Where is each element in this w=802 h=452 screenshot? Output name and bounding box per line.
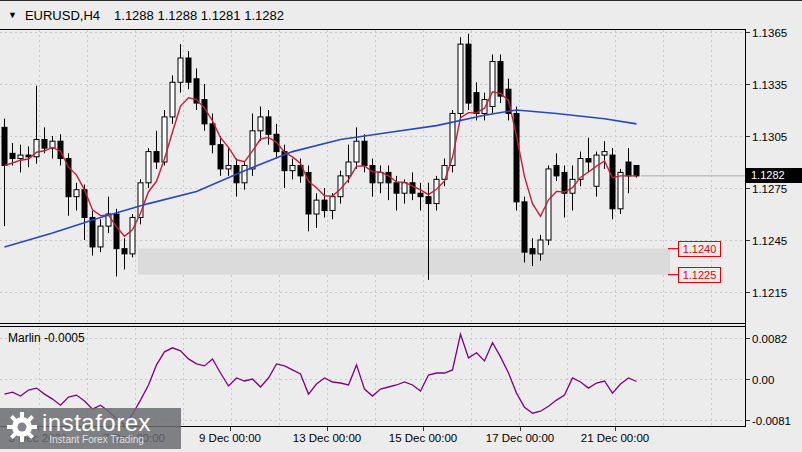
chart-header: ▼ EURUSD,H4 1.1288 1.1288 1.1281 1.1282 — [0, 2, 284, 28]
candle-body — [130, 217, 135, 253]
candle-body — [242, 165, 247, 182]
price-axis-label: 1.1275 — [752, 183, 787, 195]
candle-body — [362, 141, 367, 165]
candle-body — [554, 165, 559, 175]
time-axis-label: 13 Dec 00:00 — [293, 432, 361, 444]
candle-body — [474, 93, 479, 114]
brand-name: instaforex — [42, 412, 151, 434]
time-axis-label: 21 Dec 00:00 — [581, 432, 649, 444]
candle-body — [18, 155, 23, 158]
candle-body — [146, 152, 151, 183]
candle-body — [226, 165, 231, 168]
candle-body — [290, 165, 295, 170]
candle-body — [498, 61, 503, 96]
candle-body — [258, 117, 263, 131]
candle-body — [594, 155, 599, 186]
candle-body — [26, 155, 31, 157]
candle-body — [170, 82, 175, 117]
price-level-marker-1225[interactable]: 1.1225 — [678, 267, 721, 283]
indicator-axis-label: 0.00 — [752, 374, 774, 386]
candle-body — [330, 197, 335, 211]
candle-body — [122, 249, 127, 254]
support-zone-band[interactable] — [138, 249, 670, 275]
price-axis-label: 1.1305 — [752, 131, 787, 143]
indicator-value: -0.0005 — [44, 331, 85, 345]
candle-body — [562, 172, 567, 193]
fast-ma-line — [5, 92, 637, 236]
candle-body — [346, 162, 351, 176]
candle-body — [218, 145, 223, 169]
candle-body — [634, 165, 639, 175]
candle-body — [186, 58, 191, 82]
brand-tagline: Instant Forex Trading — [49, 434, 144, 445]
candle-body — [418, 193, 423, 196]
time-axis-label: 17 Dec 00:00 — [486, 432, 554, 444]
candle-body — [618, 172, 623, 208]
gear-icon — [5, 410, 39, 448]
price-axis-label: 1.1215 — [752, 287, 787, 299]
price-axis-label: 1.1365 — [752, 27, 787, 39]
candle-body — [394, 183, 399, 193]
candle-body — [434, 179, 439, 203]
candle-body — [370, 165, 375, 182]
chevron-down-icon[interactable]: ▼ — [8, 11, 17, 20]
candle-body — [482, 100, 487, 114]
indicator-axis-label: 0.0082 — [752, 333, 787, 345]
candle-body — [42, 139, 47, 148]
candle-body — [210, 124, 215, 145]
candle-body — [378, 172, 383, 182]
time-axis-label: 9 Dec 00:00 — [199, 432, 261, 444]
candle-body — [114, 214, 119, 249]
candle-body — [602, 152, 607, 155]
candle-body — [538, 240, 543, 254]
candle-body — [586, 159, 591, 162]
chart-canvas[interactable]: 1.13651.13351.13051.12751.12451.12150.00… — [0, 1, 802, 452]
ohlc-quote-readout: 1.1288 1.1288 1.1281 1.1282 — [114, 8, 284, 23]
price-level-marker-1240[interactable]: 1.1240 — [678, 241, 721, 257]
candle-body — [178, 58, 183, 82]
candle-body — [354, 141, 359, 162]
current-price-tag: 1.1282 — [746, 168, 802, 183]
candle-body — [426, 197, 431, 204]
indicator-axis-label: -0.0081 — [752, 415, 791, 427]
candle-body — [74, 190, 79, 197]
candle-body — [410, 183, 415, 193]
price-axis-label: 1.1245 — [752, 235, 787, 247]
time-axis-label: 15 Dec 00:00 — [389, 432, 457, 444]
candle-body — [98, 226, 103, 247]
candle-body — [610, 155, 615, 209]
symbol-period-label: EURUSD,H4 — [25, 8, 100, 23]
indicator-title: Marlin -0.0005 — [8, 331, 85, 345]
candle-body — [402, 183, 407, 193]
candles — [2, 34, 639, 280]
mt5-chart-window: 1.13651.13351.13051.12751.12451.12150.00… — [0, 0, 802, 452]
indicator-name: Marlin — [8, 331, 41, 345]
price-axis-label: 1.1335 — [752, 79, 787, 91]
candle-body — [314, 200, 319, 214]
candle-body — [522, 202, 527, 252]
candle-body — [2, 127, 7, 165]
candle-body — [90, 217, 95, 246]
candle-body — [490, 61, 495, 106]
candle-body — [466, 44, 471, 103]
candle-body — [322, 200, 327, 210]
instaforex-watermark: instaforex Instant Forex Trading — [0, 408, 181, 449]
candle-body — [10, 153, 15, 158]
candle-body — [266, 117, 271, 134]
candle-body — [626, 162, 631, 176]
candle-body — [458, 44, 463, 113]
candle-body — [530, 249, 535, 254]
candle-body — [154, 152, 159, 162]
